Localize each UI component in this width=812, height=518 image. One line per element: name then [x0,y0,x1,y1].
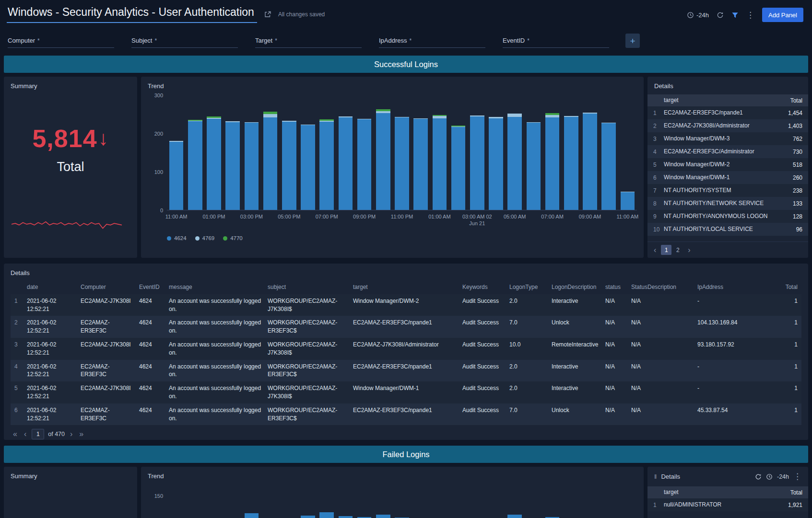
trend-bar[interactable] [433,115,447,210]
column-header-target[interactable]: target [353,281,462,294]
trend-bar[interactable] [507,114,522,210]
plot-area [167,95,637,210]
first-page-icon[interactable]: « [12,430,19,438]
column-header-logondescription[interactable]: LogonDescription [552,281,605,294]
trend-bar[interactable] [282,121,296,210]
trend-bar[interactable] [601,123,616,210]
target-row[interactable]: 1EC2AMAZ-ER3EF3C/npande11,454 [647,106,808,119]
current-page-input[interactable]: 1 [32,429,44,439]
event-row[interactable]: 42021-06-02 12:52:21EC2AMAZ-ER3EF3C4624A… [11,360,801,382]
column-header-statusdescription[interactable]: StatusDescription [631,281,697,294]
trend-bar[interactable] [188,120,202,210]
event-row[interactable]: 32021-06-02 12:52:21EC2AMAZ-J7K308I4624A… [11,338,801,360]
trend-bar[interactable] [395,117,409,210]
next-page-icon[interactable]: › [686,246,692,254]
row-cell: EC2AMAZ-J7K308I [81,381,139,403]
add-panel-button[interactable]: Add Panel [762,8,803,22]
event-row[interactable]: 62021-06-02 12:52:21EC2AMAZ-ER3EF3C4624A… [11,403,801,426]
legend-item-4624[interactable]: 4624 [167,235,187,241]
trend-bar[interactable] [545,113,560,210]
kebab-menu-icon[interactable]: ⋮ [793,472,801,481]
column-header-eventid[interactable]: EventID [139,281,169,294]
trend-bar[interactable] [319,119,334,210]
target-row[interactable]: 6Window Manager/DWM-1260 [647,171,808,184]
column-header-message[interactable]: message [169,281,268,294]
target-column-header[interactable]: target [664,488,790,496]
target-row[interactable]: 9NT AUTHORITY/ANONYMOUS LOGON128 [647,210,808,223]
total-column-header[interactable]: Total [790,489,802,496]
trend-bar[interactable] [301,125,315,210]
dashboard-title[interactable]: Windows - Security Analytics - User Auth… [7,6,257,23]
filter-field-eventid[interactable]: EventID* [503,37,609,48]
trend-bar[interactable] [207,116,221,210]
prev-page-icon[interactable]: ‹ [652,246,658,254]
column-header-date[interactable]: date [27,281,81,294]
trend-bar[interactable] [245,122,259,210]
trend-bar[interactable] [376,515,390,518]
trend-bar[interactable] [583,113,597,210]
trend-bar[interactable] [319,512,334,518]
legend-item-4769[interactable]: 4769 [195,235,215,241]
next-page-icon[interactable]: › [69,430,74,438]
column-header-subject[interactable]: subject [268,281,353,294]
prev-page-icon[interactable]: ‹ [23,430,28,438]
target-row[interactable]: 2EC2AMAZ-J7K308I/Administrator1,403 [647,119,808,132]
trend-bar[interactable] [413,118,428,210]
target-row[interactable]: 3Window Manager/DWM-3762 [647,132,808,145]
trend-bar[interactable] [376,109,390,210]
target-row[interactable]: 5Window Manager/DWM-2518 [647,158,808,171]
trend-bar[interactable] [169,141,184,210]
filter-field-computer[interactable]: Computer* [8,37,114,48]
event-row[interactable]: 22021-06-02 12:52:21EC2AMAZ-ER3EF3C4624A… [11,316,801,338]
add-filter-button[interactable]: + [625,34,640,48]
refresh-icon[interactable] [755,473,762,480]
target-column-header[interactable]: target [664,96,790,104]
last-page-icon[interactable]: » [78,430,85,438]
filter-field-ipaddress[interactable]: IpAddress* [379,37,485,48]
row-cell: EC2AMAZ-J7K308I [81,338,139,360]
clock-icon[interactable] [766,473,773,480]
filter-icon[interactable] [731,12,739,19]
trend-bar[interactable] [527,122,541,210]
column-header-status[interactable]: status [605,281,631,294]
trend-bar[interactable] [225,121,240,210]
event-row[interactable]: 12021-06-02 12:52:21EC2AMAZ-J7K308I4624A… [11,294,801,316]
column-header-total[interactable]: Total [754,281,801,294]
time-range-control[interactable]: -24h [687,12,709,19]
trend-bar[interactable] [564,116,578,210]
trend-bar[interactable] [507,515,522,518]
target-row[interactable]: 10NT AUTHORITY/LOCAL SERVICE96 [647,223,808,236]
target-row[interactable]: 7NT AUTHORITY/SYSTEM238 [647,184,808,197]
page-button-2[interactable]: 2 [672,245,683,255]
trend-bar[interactable] [357,119,372,210]
bar-segment-4624 [621,192,635,210]
trend-bar[interactable] [263,112,278,210]
column-header-ipaddress[interactable]: IpAddress [697,281,754,294]
trend-bar[interactable] [301,516,315,518]
refresh-icon[interactable] [717,12,724,19]
trend-bar[interactable] [245,513,259,518]
target-row[interactable]: 4EC2AMAZ-ER3EF3C/Administrator730 [647,145,808,158]
row-cell: N/A [631,360,697,382]
share-icon[interactable] [264,11,271,18]
trend-bar[interactable] [339,116,353,210]
filter-field-subject[interactable]: Subject* [131,37,238,48]
drag-handle-icon[interactable]: ‖ [654,473,657,480]
trend-bar[interactable] [339,516,353,518]
trend-bar[interactable] [621,192,635,210]
column-header-keywords[interactable]: Keywords [462,281,509,294]
column-header-computer[interactable]: Computer [81,281,139,294]
trend-bar[interactable] [470,115,484,210]
trend-bar[interactable] [489,117,503,210]
kebab-menu-icon[interactable]: ⋮ [746,11,754,19]
total-column-header[interactable]: Total [790,97,802,104]
target-row[interactable]: 8NT AUTHORITY/NETWORK SERVICE133 [647,197,808,210]
trend-bar[interactable] [451,126,466,210]
filter-field-target[interactable]: Target* [255,37,362,48]
column-header-logontype[interactable]: LogonType [509,281,552,294]
page-button-1[interactable]: 1 [661,245,671,255]
event-row[interactable]: 52021-06-02 12:52:21EC2AMAZ-J7K308I4624A… [11,381,801,403]
legend-item-4770[interactable]: 4770 [223,235,243,241]
row-target: null/ADMINISTRATOR [664,501,788,508]
target-row[interactable]: 1null/ADMINISTRATOR1,921 [647,498,808,511]
